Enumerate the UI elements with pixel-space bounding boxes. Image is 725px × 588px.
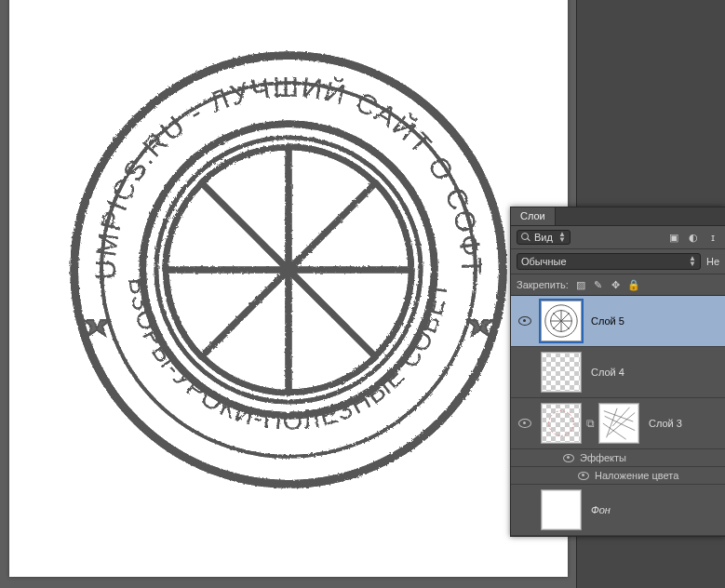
lock-label: Закрепить: [517, 279, 569, 290]
blend-mode-row: Обычные ▲▼ Не [511, 249, 725, 274]
blend-mode-dropdown[interactable]: Обычные ▲▼ [517, 253, 701, 270]
visibility-toggle-icon[interactable] [578, 472, 589, 480]
svg-line-17 [612, 408, 629, 426]
svg-point-12 [549, 411, 574, 436]
document-canvas[interactable]: LUMPICS.RU - ЛУЧШИЙ САЙТ О СОФТЕ ОБЗОРЫ-… [9, 0, 568, 577]
lock-position-icon[interactable]: ✥ [610, 278, 623, 291]
blend-mode-value: Обычные [521, 256, 567, 267]
layer-name[interactable]: Слой 4 [584, 367, 725, 378]
filter-type-icon[interactable]: ɪ [705, 231, 719, 245]
effect-name: Наложение цвета [595, 470, 678, 481]
filter-adjust-icon[interactable]: ◐ [686, 231, 700, 245]
panel-tabs: Слои [511, 207, 725, 226]
layer-mask-thumbnail[interactable] [598, 403, 639, 444]
layer-row-3[interactable]: ⧉ Слой 3 [511, 398, 725, 449]
filter-label: Вид [534, 232, 553, 243]
lock-pixels-icon[interactable]: ✎ [592, 278, 605, 291]
stepper-arrows-icon: ▲▼ [558, 232, 566, 243]
layer-filter-row: Вид ▲▼ ▣ ◐ ɪ [511, 226, 725, 249]
layer-row-4[interactable]: Слой 4 [511, 347, 725, 398]
stamp-artwork: LUMPICS.RU - ЛУЧШИЙ САЙТ О СОФТЕ ОБЗОРЫ-… [60, 42, 517, 498]
layer-thumbnail[interactable] [541, 301, 582, 341]
stepper-arrows-icon: ▲▼ [689, 256, 696, 267]
stamp-top-text: LUMPICS.RU - ЛУЧШИЙ САЙТ О СОФТЕ [60, 42, 488, 280]
layer-effect-item[interactable]: Наложение цвета [511, 467, 725, 485]
visibility-toggle-icon[interactable] [518, 316, 531, 326]
tab-layers[interactable]: Слои [511, 207, 556, 225]
layer-name[interactable]: Фон [584, 504, 725, 515]
lock-transparency-icon[interactable]: ▨ [574, 278, 587, 291]
layer-thumbnail[interactable] [541, 403, 582, 444]
svg-line-15 [603, 423, 626, 439]
lock-row: Закрепить: ▨ ✎ ✥ 🔒 [511, 274, 725, 296]
layer-list: Слой 5 Слой 4 ⧉ Слой 3 Эффе [511, 296, 725, 536]
layer-filter-dropdown[interactable]: Вид ▲▼ [517, 230, 571, 245]
layer-effects-header[interactable]: Эффекты [511, 449, 725, 467]
layers-panel: Слои Вид ▲▼ ▣ ◐ ɪ Обычные ▲▼ Не Закрепит… [510, 207, 725, 537]
opacity-label: Не [706, 256, 719, 267]
filter-image-icon[interactable]: ▣ [666, 231, 680, 245]
layer-name[interactable]: Слой 5 [584, 315, 725, 327]
visibility-toggle-icon[interactable] [563, 454, 574, 462]
svg-text:LUMPICS.RU - ЛУЧШИЙ САЙТ О СОФ: LUMPICS.RU - ЛУЧШИЙ САЙТ О СОФТЕ [60, 42, 488, 280]
canvas-area[interactable]: LUMPICS.RU - ЛУЧШИЙ САЙТ О СОФТЕ ОБЗОРЫ-… [0, 0, 577, 588]
lock-all-icon[interactable]: 🔒 [627, 278, 640, 291]
effects-label: Эффекты [580, 452, 626, 463]
visibility-toggle-icon[interactable] [518, 419, 531, 428]
layer-name[interactable]: Слой 3 [641, 418, 725, 429]
layer-row-5[interactable]: Слой 5 [511, 296, 725, 347]
layer-link-icon[interactable]: ⧉ [584, 417, 597, 430]
search-icon [521, 233, 530, 242]
layer-thumbnail[interactable] [541, 352, 582, 393]
layer-thumbnail[interactable] [541, 489, 582, 530]
layer-row-bg[interactable]: Фон [511, 485, 725, 536]
